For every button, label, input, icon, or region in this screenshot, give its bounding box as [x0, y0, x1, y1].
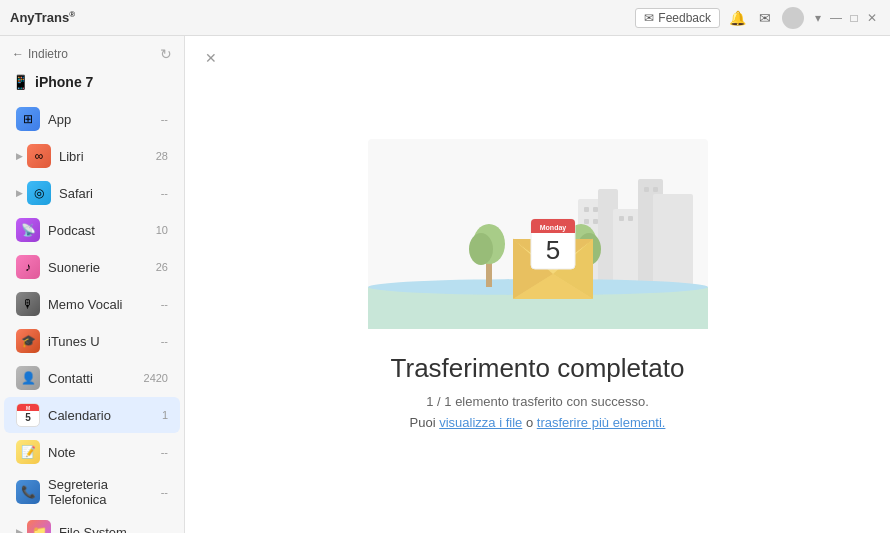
title-bar: AnyTrans® ✉ Feedback 🔔 ✉ ▾ — □ ✕ [0, 0, 890, 36]
expand-arrow-icon: ▶ [16, 188, 23, 198]
podcast-icon: 📡 [16, 218, 40, 242]
title-bar-right: ✉ Feedback 🔔 ✉ ▾ — □ ✕ [635, 7, 880, 29]
mail-icon: ✉ [644, 11, 654, 25]
app-title: AnyTrans® [10, 10, 75, 25]
safari-icon: ◎ [27, 181, 51, 205]
sidebar-item-label: iTunes U [48, 334, 161, 349]
itunes-icon: 🎓 [16, 329, 40, 353]
svg-rect-9 [593, 219, 598, 224]
svg-rect-10 [619, 216, 624, 221]
libri-icon: ∞ [27, 144, 51, 168]
sidebar-item-suonerie[interactable]: ♪ Suonerie 26 [4, 249, 180, 285]
success-container: Monday 5 Trasferimento completato 1 / 1 … [348, 119, 728, 450]
device-name: 📱 iPhone 7 [0, 70, 184, 100]
sidebar-item-count: -- [161, 335, 168, 347]
sidebar-item-count: 10 [156, 224, 168, 236]
close-button[interactable]: ✕ [864, 10, 880, 26]
sidebar-item-memo[interactable]: 🎙 Memo Vocali -- [4, 286, 180, 322]
sidebar-item-count: -- [161, 298, 168, 310]
sidebar-item-count: 26 [156, 261, 168, 273]
memo-icon: 🎙 [16, 292, 40, 316]
feedback-button[interactable]: ✉ Feedback [635, 8, 720, 28]
transfer-more-link[interactable]: trasferire più elementi. [537, 415, 666, 430]
svg-text:5: 5 [545, 235, 559, 265]
filesystem-icon: 📁 [27, 520, 51, 533]
sidebar-item-label: Contatti [48, 371, 144, 386]
close-dialog-button[interactable]: ✕ [201, 48, 221, 68]
device-icon: 📱 [12, 74, 29, 90]
sidebar-item-segreteria[interactable]: 📞 Segreteria Telefonica -- [4, 471, 180, 513]
app-icon: ⊞ [16, 107, 40, 131]
avatar[interactable] [782, 7, 804, 29]
sidebar-item-contatti[interactable]: 👤 Contatti 2420 [4, 360, 180, 396]
segreteria-icon: 📞 [16, 480, 40, 504]
sidebar-item-itunes[interactable]: 🎓 iTunes U -- [4, 323, 180, 359]
expand-arrow-icon: ▶ [16, 527, 23, 533]
success-title: Trasferimento completato [391, 353, 685, 384]
refresh-button[interactable]: ↻ [160, 46, 172, 62]
sidebar: ← Indietro ↻ 📱 iPhone 7 ⊞ App -- ▶ ∞ Lib… [0, 36, 185, 533]
sidebar-item-app[interactable]: ⊞ App -- [4, 101, 180, 137]
sidebar-item-podcast[interactable]: 📡 Podcast 10 [4, 212, 180, 248]
sidebar-item-count: 1 [162, 409, 168, 421]
content-area: ✕ [185, 36, 890, 533]
note-icon: 📝 [16, 440, 40, 464]
sidebar-item-label: Safari [59, 186, 161, 201]
sidebar-item-count: 28 [156, 150, 168, 162]
sidebar-item-calendario[interactable]: M 5 Calendario 1 [4, 397, 180, 433]
view-files-link[interactable]: visualizza i file [439, 415, 522, 430]
sidebar-item-label: Libri [59, 149, 156, 164]
success-illustration: Monday 5 [368, 139, 708, 329]
success-links: Puoi visualizza i file o trasferire più … [410, 415, 666, 430]
sidebar-item-count: -- [161, 187, 168, 199]
back-arrow-icon: ← [12, 47, 24, 61]
bell-button[interactable]: 🔔 [726, 7, 748, 29]
suonerie-icon: ♪ [16, 255, 40, 279]
sidebar-item-note[interactable]: 📝 Note -- [4, 434, 180, 470]
sidebar-item-safari[interactable]: ▶ ◎ Safari -- [4, 175, 180, 211]
mail-button[interactable]: ✉ [754, 7, 776, 29]
sidebar-item-count: 2420 [144, 372, 168, 384]
contatti-icon: 👤 [16, 366, 40, 390]
window-controls: ▾ — □ ✕ [810, 10, 880, 26]
sidebar-item-libri[interactable]: ▶ ∞ Libri 28 [4, 138, 180, 174]
sidebar-item-label: Suonerie [48, 260, 156, 275]
sidebar-item-filesystem[interactable]: ▶ 📁 File System -- [4, 514, 180, 533]
sidebar-item-label: Podcast [48, 223, 156, 238]
main-layout: ← Indietro ↻ 📱 iPhone 7 ⊞ App -- ▶ ∞ Lib… [0, 36, 890, 533]
svg-text:Monday: Monday [539, 224, 566, 232]
calendar-icon: M 5 [16, 403, 40, 427]
sidebar-item-label: Memo Vocali [48, 297, 161, 312]
sidebar-item-count: -- [161, 526, 168, 533]
sidebar-item-label: Note [48, 445, 161, 460]
back-button[interactable]: ← Indietro [12, 47, 68, 61]
maximize-button[interactable]: □ [846, 10, 862, 26]
success-subtitle: 1 / 1 elemento trasferito con successo. [426, 394, 649, 409]
svg-point-18 [469, 233, 493, 265]
sidebar-item-label: File System [59, 525, 161, 534]
sidebar-item-label: Segreteria Telefonica [48, 477, 161, 507]
sidebar-item-count: -- [161, 446, 168, 458]
svg-rect-6 [584, 207, 589, 212]
sidebar-header: ← Indietro ↻ [0, 36, 184, 70]
svg-rect-5 [653, 194, 693, 289]
svg-rect-7 [593, 207, 598, 212]
sidebar-item-count: -- [161, 486, 168, 498]
minimize-button[interactable]: — [828, 10, 844, 26]
sidebar-item-label: App [48, 112, 161, 127]
svg-rect-8 [584, 219, 589, 224]
sidebar-items-container: ⊞ App -- ▶ ∞ Libri 28 ▶ ◎ Safari -- 📡 Po… [0, 100, 184, 533]
expand-arrow-icon: ▶ [16, 151, 23, 161]
svg-rect-12 [644, 187, 649, 192]
title-bar-left: AnyTrans® [10, 10, 75, 25]
chevron-down-button[interactable]: ▾ [810, 10, 826, 26]
sidebar-item-label: Calendario [48, 408, 162, 423]
svg-rect-11 [628, 216, 633, 221]
sidebar-item-count: -- [161, 113, 168, 125]
svg-rect-13 [653, 187, 658, 192]
